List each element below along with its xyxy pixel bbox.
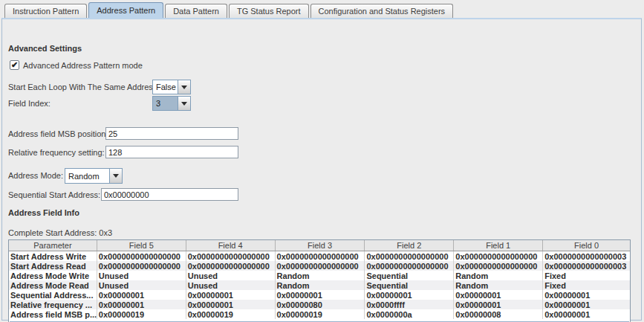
column-header[interactable]: Field 1: [454, 240, 543, 251]
relative-frequency-input[interactable]: [105, 146, 238, 158]
loop-same-address-select[interactable]: False: [152, 80, 191, 94]
value-cell: 0x00000080: [276, 300, 365, 309]
value-cell: 0x00000001: [543, 290, 630, 300]
value-cell: 0x0000000000000003: [543, 261, 630, 271]
value-cell: Random: [276, 271, 365, 280]
relative-frequency-label: Relative frequency setting:: [8, 148, 105, 157]
advanced-address-pattern-label: Advanced Address Pattern mode: [23, 61, 143, 70]
value-cell: 0x0000000000000000: [365, 251, 454, 261]
dropdown-button[interactable]: [178, 97, 190, 110]
value-cell: 0x0000000000000000: [97, 261, 186, 271]
field-index-label: Field Index:: [8, 99, 51, 108]
address-mode-label: Address Mode:: [8, 171, 63, 180]
msb-position-input[interactable]: [105, 127, 238, 140]
value-cell: 0x00000001: [97, 300, 186, 309]
dropdown-button[interactable]: [109, 169, 122, 183]
value-cell: Unused: [186, 271, 276, 280]
tab-instruction-pattern[interactable]: Instruction Pattern: [4, 4, 87, 18]
tab-bar: Instruction Pattern Address Pattern Data…: [4, 2, 455, 18]
value-cell: Sequential: [365, 271, 454, 280]
check-icon: ✔: [11, 61, 18, 69]
msb-position-label: Address field MSB position:: [8, 129, 108, 138]
address-mode-value: Random: [65, 169, 109, 183]
value-cell: 0x0000000000000003: [543, 251, 630, 261]
value-cell: Fixed: [543, 280, 630, 290]
value-cell: Unused: [186, 280, 276, 290]
tab-tg-status-report[interactable]: TG Status Report: [229, 4, 309, 18]
value-cell: Unused: [97, 271, 186, 280]
chevron-down-icon: [113, 174, 119, 178]
value-cell: 0x0000000000000000: [365, 261, 454, 271]
column-header[interactable]: Parameter: [9, 240, 97, 251]
tab-configuration-status-registers[interactable]: Configuration and Status Registers: [310, 4, 454, 18]
value-cell: 0x0000000000000000: [276, 251, 365, 261]
table-body: Start Address Write0x00000000000000000x0…: [9, 251, 630, 319]
tab-address-pattern[interactable]: Address Pattern: [88, 2, 163, 18]
table-row[interactable]: Address Mode WriteUnusedUnusedRandomSequ…: [9, 271, 630, 280]
advanced-settings-heading: Advanced Settings: [8, 44, 82, 53]
value-cell: 0x0000000000000000: [454, 261, 543, 271]
value-cell: 0x00000019: [186, 309, 276, 319]
column-header[interactable]: Field 4: [186, 240, 276, 251]
value-cell: 0x0000000000000000: [186, 251, 276, 261]
parameter-cell: Relative frequency ...: [9, 300, 97, 309]
address-mode-select[interactable]: Random: [65, 168, 123, 184]
complete-start-address-label: Complete Start Address: 0x3: [8, 228, 112, 237]
loop-same-address-label: Start Each Loop With The Same Address:: [8, 83, 159, 91]
value-cell: Sequential: [365, 280, 454, 290]
table-row[interactable]: Start Address Write0x00000000000000000x0…: [9, 251, 630, 261]
value-cell: 0x00000001: [454, 300, 543, 309]
value-cell: 0x0000000000000000: [276, 261, 365, 271]
tab-data-pattern[interactable]: Data Pattern: [165, 4, 227, 18]
value-cell: 0x00000019: [276, 309, 365, 319]
column-header[interactable]: Field 2: [365, 240, 454, 251]
table-row[interactable]: Start Address Read0x00000000000000000x00…: [9, 261, 630, 271]
value-cell: 0x0000000a: [365, 309, 454, 319]
value-cell: 0x00000001: [276, 290, 365, 300]
field-index-value: 3: [153, 97, 178, 110]
column-header[interactable]: Field 5: [97, 240, 186, 251]
parameter-cell: Address Mode Read: [9, 280, 97, 290]
parameter-cell: Sequential Address...: [9, 290, 97, 300]
chevron-down-icon: [181, 86, 187, 89]
parameter-cell: Address field MSB p...: [9, 309, 97, 319]
loop-same-address-value: False: [153, 80, 178, 94]
value-cell: Random: [454, 280, 543, 290]
value-cell: 0x0000000000000000: [186, 261, 276, 271]
address-field-info-heading: Address Field Info: [8, 208, 79, 217]
table-row[interactable]: Sequential Address...0x000000010x0000000…: [9, 290, 630, 300]
value-cell: 0x00000019: [97, 309, 186, 319]
value-cell: Unused: [97, 280, 186, 290]
table-row[interactable]: Address field MSB p...0x000000190x000000…: [9, 309, 630, 319]
value-cell: Fixed: [543, 271, 630, 280]
address-field-table: ParameterField 5Field 4Field 3Field 2Fie…: [8, 239, 631, 322]
value-cell: 0x00000001: [186, 290, 276, 300]
sequential-start-address-label: Sequential Start Address:: [8, 190, 100, 199]
field-index-select[interactable]: 3: [152, 96, 191, 111]
value-cell: 0x00000001: [454, 290, 543, 300]
parameter-cell: Start Address Read: [9, 261, 97, 271]
value-cell: Random: [454, 271, 543, 280]
value-cell: 0x0000000000000000: [454, 251, 543, 261]
parameter-cell: Address Mode Write: [9, 271, 97, 280]
dropdown-button[interactable]: [178, 80, 190, 94]
value-cell: 0x0000ffff: [365, 300, 454, 309]
value-cell: Random: [276, 280, 365, 290]
value-cell: 0x00000008: [454, 309, 543, 319]
column-header[interactable]: Field 0: [543, 240, 630, 251]
column-header[interactable]: Field 3: [276, 240, 365, 251]
value-cell: 0x00000001: [186, 300, 276, 309]
value-cell: 0x00000001: [97, 290, 186, 300]
value-cell: 0x00000001: [543, 309, 630, 319]
table-header-row: ParameterField 5Field 4Field 3Field 2Fie…: [9, 240, 630, 251]
table-row[interactable]: Address Mode ReadUnusedUnusedRandomSeque…: [9, 280, 630, 290]
table-row[interactable]: Relative frequency ...0x000000010x000000…: [9, 300, 630, 309]
sequential-start-address-input[interactable]: [101, 188, 238, 201]
parameter-cell: Start Address Write: [9, 251, 97, 261]
advanced-address-pattern-checkbox[interactable]: ✔: [10, 60, 19, 70]
chevron-down-icon: [181, 102, 187, 106]
value-cell: 0x00000001: [543, 300, 630, 309]
value-cell: 0x0000000000000000: [97, 251, 186, 261]
address-pattern-panel: Advanced Settings ✔ Advanced Address Pat…: [1, 18, 642, 321]
value-cell: 0x00000001: [365, 290, 454, 300]
